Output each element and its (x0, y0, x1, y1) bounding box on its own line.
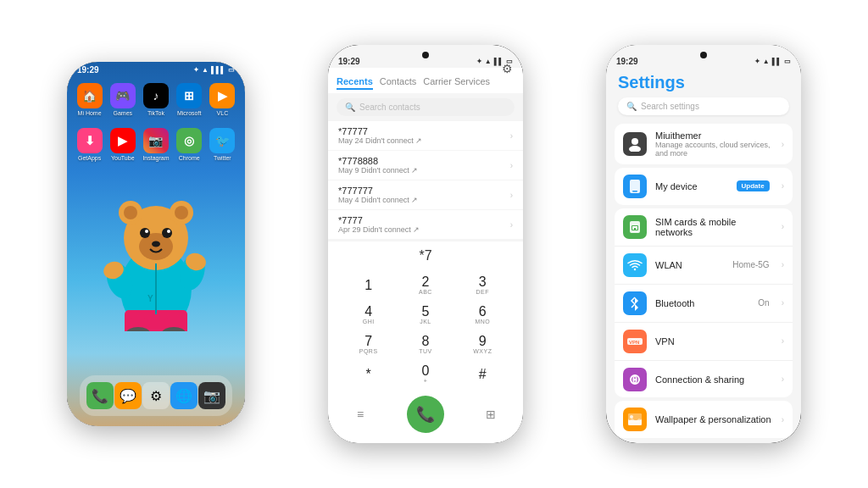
dial-grid-button[interactable]: ⊞ (479, 402, 503, 426)
settings-item-connection-sharing[interactable]: Connection & sharing › (615, 361, 793, 397)
app-getapps[interactable]: ⬇ GetApps (75, 128, 103, 161)
wallpaper-svg (627, 413, 643, 426)
time-settings: 19:29 (616, 57, 638, 66)
dock-settings[interactable]: ⚙ (142, 382, 170, 409)
dial-num-2: 2 (422, 275, 430, 289)
sim-name: SIM cards & mobile networks (655, 217, 773, 237)
settings-item-wallpaper[interactable]: Wallpaper & personalization › (615, 401, 793, 438)
call-item-4[interactable]: *7777 Apr 29 Didn't connect ↗ › (328, 210, 523, 239)
svg-point-23 (632, 138, 638, 145)
dialer-search-bar[interactable]: 🔍 Search contacts (337, 98, 515, 116)
settings-item-wlan[interactable]: WLAN Home-5G › (615, 247, 793, 285)
dial-key-8[interactable]: 8TUV (398, 331, 452, 358)
dial-num-5: 5 (422, 305, 430, 319)
app-chrome[interactable]: ◎ Chrome (175, 128, 203, 161)
settings-item-miuithemer[interactable]: Miuithemer Manage accounts, cloud servic… (615, 124, 793, 164)
dialer-tabs: Recents Contacts Carrier Services (328, 68, 523, 93)
app-tiktok-label: TikTok (147, 110, 164, 116)
call-info-3: *777777 May 4 Didn't connect ↗ (338, 186, 510, 204)
dialer-content: 19:29 ✦ ▲ ▌▌ ▭ ⚙ Recents Contacts Carrie… (328, 45, 523, 443)
svg-point-9 (145, 230, 148, 233)
svg-point-5 (175, 206, 188, 219)
dial-key-4[interactable]: 4GHI (342, 302, 395, 328)
dial-key-star[interactable]: * (342, 361, 395, 387)
home-background: 19:29 ✦ ▲ ▌▌▌ ▭ 🏠 Mi Home 🎮 (67, 62, 245, 426)
call-item-2[interactable]: *7778888 May 9 Didn't connect ↗ › (328, 151, 523, 180)
battery-icon-home: ▭ (228, 66, 235, 74)
signal-icon: ▌▌ (494, 58, 504, 65)
dialer-screen: 19:29 ✦ ▲ ▌▌ ▭ ⚙ Recents Contacts Carrie… (328, 45, 523, 443)
mydevice-svg (628, 179, 642, 194)
dial-key-7[interactable]: 7PQRS (342, 331, 395, 358)
mydevice-name: My device (655, 181, 728, 191)
app-instagram-label: Instagram (142, 155, 169, 161)
home-screen: 19:29 ✦ ▲ ▌▌▌ ▭ 🏠 Mi Home 🎮 (67, 62, 245, 426)
app-microsoft[interactable]: ⊞ Microsoft (175, 83, 203, 116)
svg-text:VPN: VPN (629, 340, 639, 345)
tab-contacts[interactable]: Contacts (380, 75, 416, 90)
call-item-3[interactable]: *777777 May 4 Didn't connect ↗ › (328, 180, 523, 209)
settings-item-bluetooth[interactable]: Bluetooth On › (615, 285, 793, 323)
miuithemer-sub: Manage accounts, cloud services, and mor… (655, 141, 773, 158)
dial-key-1[interactable]: 1 (342, 272, 395, 298)
app-tiktok[interactable]: ♪ TikTok (142, 83, 170, 116)
settings-search-bar[interactable]: 🔍 Search settings (618, 97, 789, 115)
app-twitter-label: Twitter (214, 155, 231, 161)
time-home: 19:29 (77, 65, 99, 75)
app-youtube-label: YouTube (111, 155, 135, 161)
dial-key-3[interactable]: 3DEF (456, 272, 509, 298)
app-twitter-icon: 🐦 (209, 128, 235, 153)
dial-key-6[interactable]: 6MNO (456, 302, 509, 328)
call-number-1: *77777 (338, 126, 510, 136)
svg-point-24 (629, 146, 641, 152)
call-date-1: May 24 Didn't connect ↗ (338, 136, 510, 145)
dock-messages[interactable]: 💬 (114, 382, 142, 409)
dial-key-9[interactable]: 9WXYZ (456, 331, 509, 358)
dial-key-hash[interactable]: # (456, 361, 509, 387)
settings-item-sim[interactable]: SIM cards & mobile networks › (615, 208, 793, 247)
dial-num-3: 3 (479, 275, 487, 289)
dial-display: *7 (342, 248, 509, 267)
settings-screen: 19:29 ✦ ▲ ▌▌ ▭ Settings 🔍 Search setting… (606, 45, 801, 443)
settings-card-account: Miuithemer Manage accounts, cloud servic… (615, 124, 793, 164)
call-arrow-1: › (510, 131, 513, 141)
settings-card-network: SIM cards & mobile networks › (615, 208, 793, 397)
dial-key-5[interactable]: 5JKL (398, 302, 452, 328)
call-item-1[interactable]: *77777 May 24 Didn't connect ↗ › (328, 121, 523, 150)
app-games[interactable]: 🎮 Games (108, 83, 136, 116)
settings-item-vpn[interactable]: VPN VPN › (615, 323, 793, 361)
connection-sharing-name: Connection & sharing (655, 374, 773, 385)
bt-icon-settings: ✦ (754, 58, 760, 65)
wallpaper-text: Wallpaper & personalization (655, 414, 773, 424)
camera-punch-hole-settings (700, 52, 707, 58)
dial-key-0[interactable]: 0+ (398, 361, 452, 387)
dock-browser[interactable]: 🌐 (170, 382, 198, 409)
call-arrow-2: › (510, 161, 513, 170)
call-date-2: May 9 Didn't connect ↗ (338, 166, 510, 175)
app-instagram[interactable]: 📷 Instagram (142, 128, 170, 161)
app-youtube[interactable]: ▶ YouTube (108, 128, 136, 161)
wallpaper-icon (623, 408, 647, 431)
phone-home: 19:29 ✦ ▲ ▌▌▌ ▭ 🏠 Mi Home 🎮 (67, 62, 245, 426)
sim-svg (628, 220, 642, 234)
phones-container: 19:29 ✦ ▲ ▌▌▌ ▭ 🏠 Mi Home 🎮 (0, 0, 868, 488)
app-vlc[interactable]: ▶ VLC (209, 83, 236, 116)
tab-recents[interactable]: Recents (337, 75, 373, 90)
dock-camera[interactable]: 📷 (198, 382, 225, 409)
dial-menu-button[interactable]: ≡ (348, 402, 372, 426)
settings-item-mydevice[interactable]: My device Update › (615, 168, 793, 205)
svg-point-3 (124, 206, 137, 219)
dock-phone[interactable]: 📞 (86, 382, 114, 409)
update-badge: Update (737, 180, 770, 191)
tab-carrier-services[interactable]: Carrier Services (423, 75, 490, 90)
wifi-icon: ▲ (485, 58, 492, 65)
connection-sharing-text: Connection & sharing (655, 374, 773, 385)
connection-svg (627, 372, 643, 387)
app-twitter[interactable]: 🐦 Twitter (209, 128, 236, 161)
call-button[interactable]: 📞 (407, 396, 444, 433)
svg-point-8 (162, 228, 172, 238)
app-mihome[interactable]: 🏠 Mi Home (75, 83, 103, 116)
dial-num-9: 9 (479, 335, 487, 348)
connection-sharing-icon (623, 368, 647, 391)
dial-key-2[interactable]: 2ABC (398, 272, 452, 298)
